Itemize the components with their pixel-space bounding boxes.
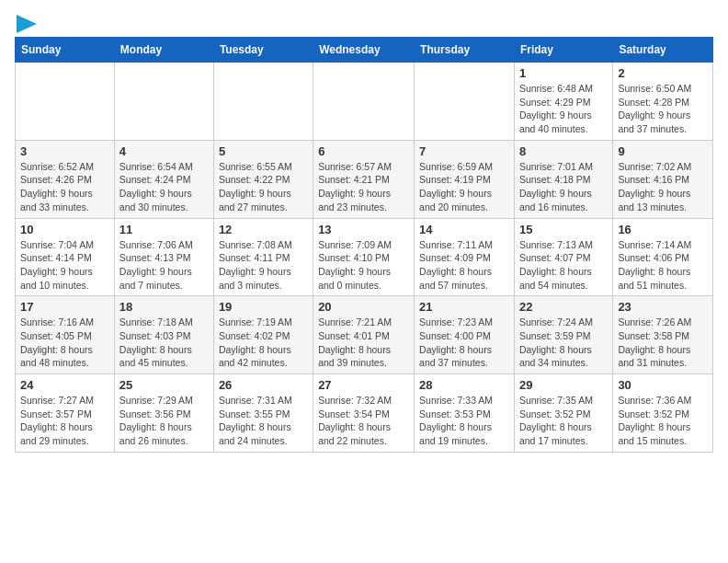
calendar-cell: 4Sunrise: 6:54 AM Sunset: 4:24 PM Daylig… — [114, 140, 213, 218]
day-number: 30 — [618, 378, 708, 392]
day-info: Sunrise: 7:29 AM Sunset: 3:56 PM Dayligh… — [119, 394, 209, 448]
calendar-cell: 27Sunrise: 7:32 AM Sunset: 3:54 PM Dayli… — [313, 374, 415, 453]
logo — [15, 15, 40, 29]
day-info: Sunrise: 6:54 AM Sunset: 4:24 PM Dayligh… — [119, 160, 209, 214]
day-number: 23 — [618, 300, 708, 314]
calendar-cell: 14Sunrise: 7:11 AM Sunset: 4:09 PM Dayli… — [415, 218, 515, 296]
calendar-cell: 23Sunrise: 7:26 AM Sunset: 3:58 PM Dayli… — [613, 296, 713, 374]
day-info: Sunrise: 7:21 AM Sunset: 4:01 PM Dayligh… — [318, 316, 409, 370]
day-number: 19 — [219, 300, 308, 314]
day-info: Sunrise: 7:24 AM Sunset: 3:59 PM Dayligh… — [519, 316, 608, 370]
day-number: 27 — [318, 378, 409, 392]
day-info: Sunrise: 7:11 AM Sunset: 4:09 PM Dayligh… — [419, 238, 509, 293]
calendar-cell: 7Sunrise: 6:59 AM Sunset: 4:19 PM Daylig… — [415, 140, 515, 218]
day-number: 8 — [519, 144, 608, 158]
calendar-cell: 10Sunrise: 7:04 AM Sunset: 4:14 PM Dayli… — [16, 218, 115, 296]
col-header-saturday: Saturday — [613, 38, 713, 63]
day-info: Sunrise: 7:08 AM Sunset: 4:11 PM Dayligh… — [219, 238, 308, 293]
calendar-cell: 29Sunrise: 7:35 AM Sunset: 3:52 PM Dayli… — [514, 374, 612, 453]
calendar-cell: 13Sunrise: 7:09 AM Sunset: 4:10 PM Dayli… — [313, 218, 415, 296]
calendar-cell — [313, 63, 415, 141]
day-info: Sunrise: 6:59 AM Sunset: 4:19 PM Dayligh… — [419, 160, 509, 214]
day-number: 11 — [119, 223, 209, 236]
calendar-cell: 25Sunrise: 7:29 AM Sunset: 3:56 PM Dayli… — [114, 374, 213, 453]
day-number: 15 — [519, 223, 608, 236]
col-header-sunday: Sunday — [16, 38, 115, 63]
col-header-wednesday: Wednesday — [313, 38, 415, 63]
day-number: 6 — [318, 144, 409, 158]
day-info: Sunrise: 7:18 AM Sunset: 4:03 PM Dayligh… — [119, 316, 209, 370]
day-info: Sunrise: 7:13 AM Sunset: 4:07 PM Dayligh… — [519, 238, 608, 293]
page-header — [15, 15, 713, 29]
day-info: Sunrise: 7:36 AM Sunset: 3:52 PM Dayligh… — [618, 394, 708, 448]
calendar-cell: 8Sunrise: 7:01 AM Sunset: 4:18 PM Daylig… — [514, 140, 612, 218]
day-number: 21 — [419, 300, 509, 314]
col-header-friday: Friday — [514, 38, 612, 63]
col-header-thursday: Thursday — [415, 38, 515, 63]
col-header-tuesday: Tuesday — [213, 38, 313, 63]
day-info: Sunrise: 6:55 AM Sunset: 4:22 PM Dayligh… — [219, 160, 308, 214]
calendar-cell: 20Sunrise: 7:21 AM Sunset: 4:01 PM Dayli… — [313, 296, 415, 374]
calendar-cell: 16Sunrise: 7:14 AM Sunset: 4:06 PM Dayli… — [613, 218, 713, 296]
day-number: 24 — [20, 378, 109, 392]
calendar-cell: 19Sunrise: 7:19 AM Sunset: 4:02 PM Dayli… — [213, 296, 313, 374]
day-info: Sunrise: 7:01 AM Sunset: 4:18 PM Dayligh… — [519, 160, 608, 214]
day-info: Sunrise: 6:50 AM Sunset: 4:28 PM Dayligh… — [618, 82, 708, 136]
day-info: Sunrise: 7:04 AM Sunset: 4:14 PM Dayligh… — [20, 238, 109, 293]
day-number: 12 — [219, 223, 308, 236]
svg-marker-0 — [17, 15, 37, 33]
day-number: 4 — [119, 144, 209, 158]
calendar-cell — [213, 63, 313, 141]
day-info: Sunrise: 7:23 AM Sunset: 4:00 PM Dayligh… — [419, 316, 509, 370]
day-number: 13 — [318, 223, 409, 236]
day-info: Sunrise: 7:27 AM Sunset: 3:57 PM Dayligh… — [20, 394, 109, 448]
day-info: Sunrise: 6:52 AM Sunset: 4:26 PM Dayligh… — [20, 160, 109, 214]
day-number: 29 — [519, 378, 608, 392]
calendar-cell: 2Sunrise: 6:50 AM Sunset: 4:28 PM Daylig… — [613, 63, 713, 141]
day-number: 3 — [20, 144, 109, 158]
day-info: Sunrise: 7:14 AM Sunset: 4:06 PM Dayligh… — [618, 238, 708, 293]
day-info: Sunrise: 7:35 AM Sunset: 3:52 PM Dayligh… — [519, 394, 608, 448]
calendar-cell — [114, 63, 213, 141]
day-number: 26 — [219, 378, 308, 392]
day-number: 17 — [20, 300, 109, 314]
day-info: Sunrise: 7:32 AM Sunset: 3:54 PM Dayligh… — [318, 394, 409, 448]
logo-icon — [17, 15, 37, 33]
calendar-cell: 17Sunrise: 7:16 AM Sunset: 4:05 PM Dayli… — [16, 296, 115, 374]
day-info: Sunrise: 6:48 AM Sunset: 4:29 PM Dayligh… — [519, 82, 608, 136]
calendar-cell: 28Sunrise: 7:33 AM Sunset: 3:53 PM Dayli… — [415, 374, 515, 453]
calendar-table: SundayMondayTuesdayWednesdayThursdayFrid… — [15, 37, 713, 453]
day-number: 7 — [419, 144, 509, 158]
calendar-cell: 30Sunrise: 7:36 AM Sunset: 3:52 PM Dayli… — [613, 374, 713, 453]
calendar-cell: 12Sunrise: 7:08 AM Sunset: 4:11 PM Dayli… — [213, 218, 313, 296]
calendar-cell: 6Sunrise: 6:57 AM Sunset: 4:21 PM Daylig… — [313, 140, 415, 218]
calendar-cell: 18Sunrise: 7:18 AM Sunset: 4:03 PM Dayli… — [114, 296, 213, 374]
day-info: Sunrise: 7:09 AM Sunset: 4:10 PM Dayligh… — [318, 238, 409, 293]
day-number: 18 — [119, 300, 209, 314]
calendar-cell: 5Sunrise: 6:55 AM Sunset: 4:22 PM Daylig… — [213, 140, 313, 218]
day-info: Sunrise: 7:16 AM Sunset: 4:05 PM Dayligh… — [20, 316, 109, 370]
day-number: 28 — [419, 378, 509, 392]
day-number: 14 — [419, 223, 509, 236]
calendar-cell — [415, 63, 515, 141]
calendar-cell: 26Sunrise: 7:31 AM Sunset: 3:55 PM Dayli… — [213, 374, 313, 453]
day-info: Sunrise: 7:33 AM Sunset: 3:53 PM Dayligh… — [419, 394, 509, 448]
calendar-cell: 24Sunrise: 7:27 AM Sunset: 3:57 PM Dayli… — [16, 374, 115, 453]
calendar-cell — [16, 63, 115, 141]
calendar-cell: 11Sunrise: 7:06 AM Sunset: 4:13 PM Dayli… — [114, 218, 213, 296]
day-info: Sunrise: 7:19 AM Sunset: 4:02 PM Dayligh… — [219, 316, 308, 370]
day-number: 20 — [318, 300, 409, 314]
day-number: 22 — [519, 300, 608, 314]
calendar-cell: 15Sunrise: 7:13 AM Sunset: 4:07 PM Dayli… — [514, 218, 612, 296]
day-number: 16 — [618, 223, 708, 236]
day-number: 5 — [219, 144, 308, 158]
calendar-cell: 22Sunrise: 7:24 AM Sunset: 3:59 PM Dayli… — [514, 296, 612, 374]
day-number: 25 — [119, 378, 209, 392]
calendar-cell: 21Sunrise: 7:23 AM Sunset: 4:00 PM Dayli… — [415, 296, 515, 374]
day-info: Sunrise: 7:02 AM Sunset: 4:16 PM Dayligh… — [618, 160, 708, 214]
day-info: Sunrise: 7:26 AM Sunset: 3:58 PM Dayligh… — [618, 316, 708, 370]
calendar-cell: 1Sunrise: 6:48 AM Sunset: 4:29 PM Daylig… — [514, 63, 612, 141]
calendar-cell: 9Sunrise: 7:02 AM Sunset: 4:16 PM Daylig… — [613, 140, 713, 218]
day-number: 9 — [618, 144, 708, 158]
day-number: 1 — [519, 66, 608, 80]
